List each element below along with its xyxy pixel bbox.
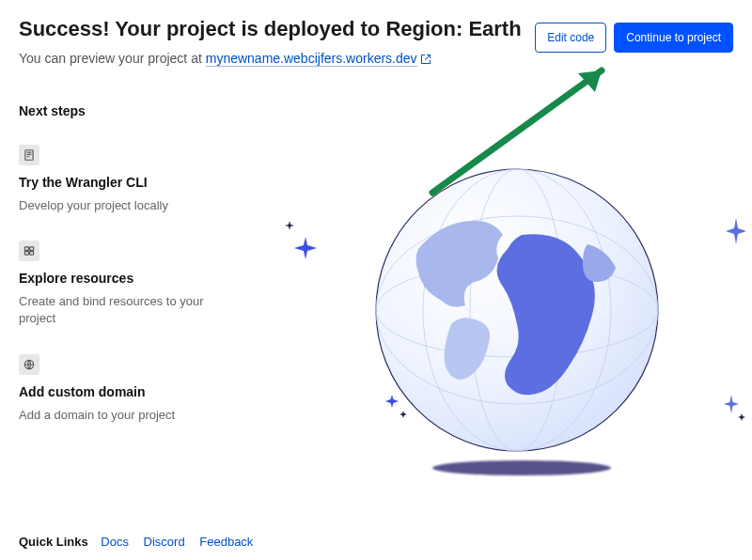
quick-links-label: Quick Links: [19, 535, 88, 549]
quick-link-docs[interactable]: Docs: [101, 535, 129, 549]
globe-small-icon: [19, 354, 39, 375]
card-desc: Add a domain to your project: [19, 407, 226, 424]
svg-rect-2: [30, 247, 34, 251]
next-step-card[interactable]: Explore resources Create and bind resour…: [19, 241, 263, 327]
quick-link-discord[interactable]: Discord: [144, 535, 185, 549]
card-desc: Create and bind resources to your projec…: [19, 293, 226, 327]
next-step-card[interactable]: Try the Wrangler CLI Develop your projec…: [19, 145, 263, 214]
continue-to-project-button[interactable]: Continue to project: [614, 23, 733, 53]
sparkle-icon: [385, 395, 399, 408]
card-title: Try the Wrangler CLI: [19, 175, 263, 190]
sparkle-icon: [724, 395, 739, 413]
sparkle-icon: [285, 221, 294, 230]
svg-rect-1: [24, 247, 28, 251]
globe-illustration: [367, 160, 677, 479]
page-title: Success! Your project is deployed to Reg…: [19, 17, 522, 41]
resources-icon: [19, 241, 39, 261]
svg-rect-4: [30, 252, 34, 256]
edit-code-button[interactable]: Edit code: [535, 23, 606, 53]
card-desc: Develop your project locally: [19, 197, 226, 214]
quick-links: Quick Links Docs Discord Feedback: [19, 535, 264, 549]
document-icon: [19, 145, 39, 165]
subtitle-prefix: You can preview your project at: [19, 51, 206, 66]
svg-rect-3: [24, 252, 28, 256]
card-title: Explore resources: [19, 271, 263, 286]
sparkle-icon: [726, 218, 746, 244]
card-title: Add custom domain: [19, 384, 263, 399]
subtitle: You can preview your project at mynewnam…: [19, 51, 522, 66]
next-step-card[interactable]: Add custom domain Add a domain to your p…: [19, 354, 263, 424]
external-link-icon: [420, 51, 431, 66]
quick-link-feedback[interactable]: Feedback: [199, 535, 253, 549]
sparkle-icon: [294, 237, 317, 259]
sparkle-icon: [738, 413, 745, 421]
next-steps-heading: Next steps: [19, 103, 733, 118]
project-url-link[interactable]: mynewname.webcijfers.workers.dev: [206, 51, 417, 67]
sparkle-icon: [400, 411, 407, 418]
